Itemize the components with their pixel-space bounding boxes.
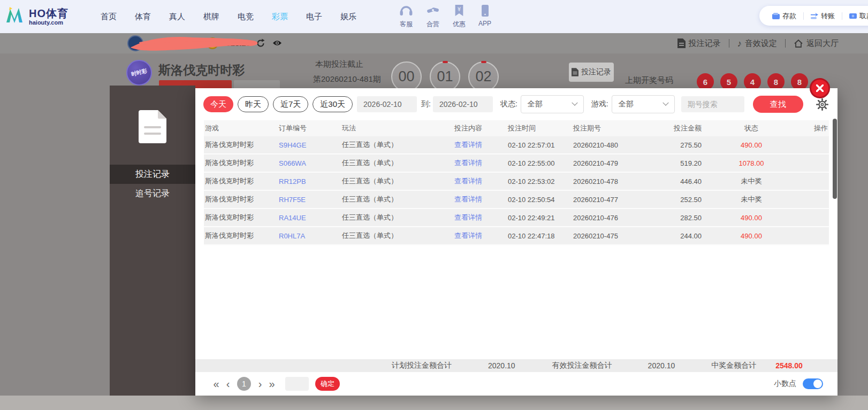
status-value: 490.00	[702, 214, 801, 222]
current-page-button[interactable]: 1	[237, 377, 251, 391]
status-value: 490.00	[702, 232, 801, 240]
nav-item-sports[interactable]: 体育	[134, 10, 152, 24]
status-value: 1078.00	[702, 159, 801, 167]
withdraw-button[interactable]: 取款	[849, 11, 868, 21]
order-link[interactable]: RH7F5E	[279, 196, 342, 204]
transfer-button[interactable]: 转账	[811, 11, 835, 21]
date-from-input[interactable]	[357, 96, 417, 112]
page-jump-input[interactable]	[285, 377, 309, 391]
status-value: 未中奖	[702, 176, 801, 186]
date-to-input[interactable]	[433, 96, 493, 112]
bet-record-link[interactable]: 投注记录	[677, 38, 721, 49]
page-bottom-strip	[0, 396, 868, 410]
last-page-button[interactable]: »	[266, 378, 278, 389]
logo-title: HO体育	[29, 7, 68, 19]
nav-item-home[interactable]: 首页	[100, 10, 118, 24]
table-scrollbar-thumb[interactable]	[833, 119, 837, 199]
sidebar-item-chase-record[interactable]: 追号记录	[110, 184, 195, 203]
filter-yesterday-button[interactable]: 昨天	[238, 96, 269, 112]
document-icon	[677, 38, 686, 48]
divider	[785, 39, 786, 48]
filter-last30-button[interactable]: 近30天	[313, 96, 353, 112]
col-play: 玩法	[342, 123, 454, 133]
gear-icon[interactable]	[816, 98, 828, 111]
deposit-button[interactable]: 存款	[772, 11, 796, 21]
order-link[interactable]: RA14UE	[279, 214, 342, 222]
customer-service-link[interactable]: 客服	[399, 5, 413, 29]
filter-last7-button[interactable]: 近7天	[273, 96, 308, 112]
sidebar-item-bet-record[interactable]: 投注记录	[110, 165, 195, 184]
nav-item-entertainment[interactable]: 娱乐	[339, 10, 357, 24]
page-confirm-button[interactable]: 确定	[315, 377, 340, 391]
col-action: 操作	[801, 123, 829, 133]
col-order: 订单编号	[279, 123, 342, 133]
nav-item-slots[interactable]: 电子	[305, 10, 323, 24]
close-icon	[816, 84, 824, 92]
order-link[interactable]: S066WA	[279, 159, 342, 167]
search-button[interactable]: 查找	[753, 96, 803, 113]
promo-link[interactable]: ¥ 优惠	[453, 5, 466, 29]
nav-item-live[interactable]: 真人	[168, 10, 186, 24]
view-detail-link[interactable]: 查看详情	[454, 195, 508, 204]
main-nav: 首页 体育 真人 棋牌 电竞 彩票 电子 娱乐	[100, 10, 357, 24]
nav-item-lottery[interactable]: 彩票	[271, 10, 289, 24]
next-page-button[interactable]: ›	[254, 378, 266, 389]
col-amount: 投注金额	[656, 123, 702, 133]
status-select-value: 全部	[528, 99, 543, 109]
logo-mark-icon	[3, 5, 26, 28]
promo-bookmark-icon: ¥	[454, 5, 465, 18]
view-detail-link[interactable]: 查看详情	[454, 176, 508, 186]
order-link[interactable]: S9H4GE	[279, 141, 342, 149]
pagination-bar: « ‹ 1 › » 确定 小数点	[195, 372, 837, 396]
nav-item-esports[interactable]: 电竞	[237, 10, 255, 24]
sound-setting-link[interactable]: ♪ 音效设定	[737, 38, 778, 49]
quick-label: APP	[478, 20, 491, 27]
partner-link[interactable]: 合营	[426, 5, 440, 29]
col-period: 投注期号	[573, 123, 656, 133]
handshake-icon	[426, 5, 440, 18]
hide-balance-eye-icon[interactable]	[272, 39, 282, 49]
order-link[interactable]: R0HL7A	[279, 232, 342, 240]
userbar-links: 投注记录 ♪ 音效设定 返回大厅	[677, 33, 839, 53]
deposit-icon	[772, 13, 780, 19]
period-search-input[interactable]	[681, 96, 744, 112]
view-detail-link[interactable]: 查看详情	[454, 213, 508, 222]
back-lobby-link[interactable]: 返回大厅	[794, 38, 839, 49]
game-select[interactable]: 全部	[612, 95, 675, 113]
order-link[interactable]: RR12PB	[279, 177, 342, 185]
table-row: 斯洛伐克时时彩 R0HL7A 任三直选（单式） 查看详情 02-10 22:47…	[204, 227, 829, 245]
chevron-down-icon	[663, 100, 668, 106]
col-game: 游戏	[204, 123, 279, 133]
site-logo[interactable]: HO体育 haiouty.com	[3, 5, 68, 28]
chevron-down-icon	[572, 100, 577, 106]
nav-item-board[interactable]: 棋牌	[202, 10, 220, 24]
countdown: 00 01 02	[391, 61, 499, 92]
col-content: 投注内容	[454, 123, 508, 133]
filter-today-button[interactable]: 今天	[203, 96, 233, 112]
view-detail-link[interactable]: 查看详情	[454, 158, 508, 168]
status-select[interactable]: 全部	[521, 95, 584, 113]
top-header: HO体育 haiouty.com 首页 体育 真人 棋牌 电竞 彩票 电子 娱乐…	[0, 0, 868, 33]
quick-label: 合营	[427, 20, 439, 29]
bet-record-modal: 今天 昨天 近7天 近30天 到: 状态: 全部 游戏: 全部 查找	[195, 88, 837, 396]
valid-total-value: 2020.10	[648, 361, 675, 370]
withdraw-icon	[849, 13, 857, 19]
transfer-icon	[811, 13, 818, 19]
status-value: 490.00	[702, 141, 801, 149]
bet-record-button[interactable]: 投注记录	[569, 63, 614, 82]
decimal-label: 小数点	[774, 379, 796, 389]
first-page-button[interactable]: «	[210, 378, 222, 389]
close-button[interactable]	[810, 78, 830, 98]
headset-icon	[399, 5, 413, 18]
view-detail-link[interactable]: 查看详情	[454, 231, 508, 241]
prev-page-button[interactable]: ‹	[222, 378, 234, 389]
quick-label: 优惠	[453, 20, 466, 29]
table-row: 斯洛伐克时时彩 S066WA 任三直选（单式） 查看详情 02-10 22:55…	[204, 154, 829, 173]
decimal-toggle-group: 小数点	[774, 378, 823, 389]
app-link[interactable]: APP	[478, 5, 491, 29]
phone-icon	[481, 5, 489, 18]
game-title: 斯洛伐克时时彩	[158, 62, 245, 79]
view-detail-link[interactable]: 查看详情	[454, 140, 508, 150]
game-label: 游戏:	[591, 99, 608, 109]
decimal-toggle[interactable]	[803, 378, 823, 389]
